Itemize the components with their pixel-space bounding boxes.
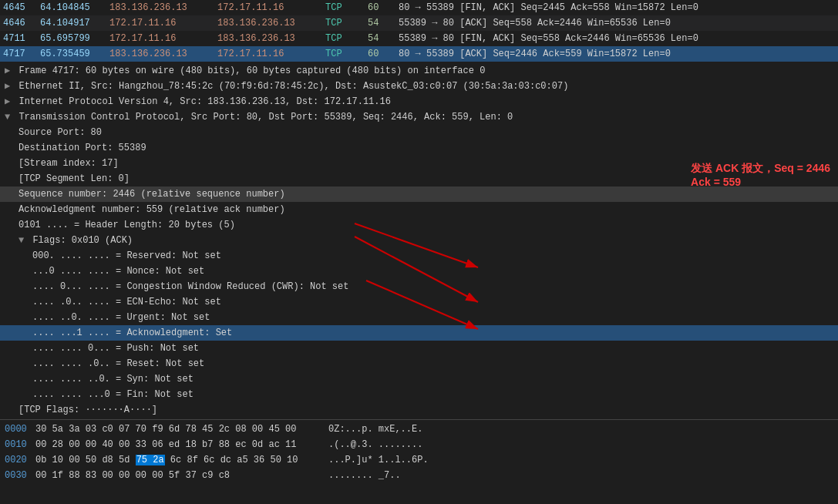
detail-row: .... .... ...0 = Fin: Not set [0, 387, 838, 402]
packet-num: 4717 [3, 47, 40, 61]
detail-row: .... .0.. .... = ECN-Echo: Not set [0, 294, 838, 310]
hex-row: 0030 00 1f 88 83 00 00 00 00 5f 37 c9 c8… [0, 468, 838, 483]
packet-len: 60 [368, 47, 399, 61]
detail-text: [Stream index: 17] [19, 158, 119, 169]
detail-row: Acknowledgment number: 559 (relative ack… [0, 202, 838, 217]
detail-row: .... .... 0... = Push: Not set [0, 341, 838, 356]
detail-row: [TCP Segment Len: 0] [0, 171, 838, 186]
detail-row: 0101 .... = Header Length: 20 bytes (5) [0, 217, 838, 233]
detail-row: [Stream index: 17] [0, 156, 838, 171]
packet-len: 54 [368, 16, 399, 30]
packet-dst: 172.17.11.16 [217, 1, 325, 15]
detail-row: Sequence number: 2446 (relative sequence… [0, 186, 838, 202]
detail-text: .... .... ..0. = Syn: Not set [32, 374, 194, 385]
packet-proto: TCP [325, 1, 368, 15]
hex-row: 0000 30 5a 3a 03 c0 07 70 f9 6d 78 45 2c… [0, 422, 838, 437]
packet-row[interactable]: 4646 64.104917 172.17.11.16 183.136.236.… [0, 15, 838, 31]
detail-text: Ethernet II, Src: Hangzhou_78:45:2c (70:… [19, 81, 568, 92]
detail-text: Internet Protocol Version 4, Src: 183.13… [19, 96, 390, 107]
detail-row: Source Port: 80 [0, 125, 838, 140]
hex-row: 0020 0b 10 00 50 d8 5d 75 2a 6c 8f 6c dc… [0, 452, 838, 468]
packet-src: 172.17.11.16 [109, 16, 217, 30]
packet-src: 172.17.11.16 [109, 32, 217, 45]
packet-row[interactable]: 4711 65.695799 172.17.11.16 183.136.236.… [0, 31, 838, 46]
detail-text: .... ...1 .... = Acknowledgment: Set [32, 328, 232, 338]
detail-text: Acknowledgment number: 559 (relative ack… [19, 204, 285, 215]
packet-time: 65.735459 [40, 47, 109, 61]
detail-text: .... .0.. .... = ECN-Echo: Not set [32, 297, 221, 307]
hex-offset: 0030 [5, 469, 35, 482]
detail-text: 000. .... .... = Reserved: Not set [32, 250, 221, 261]
detail-text: Source Port: 80 [19, 127, 102, 138]
hex-bytes: 30 5a 3a 03 c0 07 70 f9 6d 78 45 2c 08 0… [35, 422, 328, 436]
packet-row[interactable]: 4717 65.735459 183.136.236.13 172.17.11.… [0, 46, 838, 62]
detail-row[interactable]: ▼ Flags: 0x010 (ACK) [0, 233, 838, 248]
packet-dst: 172.17.11.16 [217, 47, 325, 61]
detail-row: .... 0... .... = Congestion Window Reduc… [0, 279, 838, 294]
expand-icon[interactable]: ▼ [5, 112, 15, 123]
hex-ascii: 0Z:...p. mxE,..E. [328, 422, 422, 436]
packet-num: 4711 [3, 32, 40, 45]
detail-row: [TCP Flags: ·······A····] [0, 402, 838, 418]
hex-bytes: 00 1f 88 83 00 00 00 00 5f 37 c9 c8 [35, 469, 328, 482]
detail-row: .... .... .0.. = Reset: Not set [0, 356, 838, 371]
detail-text: 0101 .... = Header Length: 20 bytes (5) [19, 220, 235, 230]
packet-len: 60 [368, 1, 399, 15]
packet-time: 64.104917 [40, 16, 109, 30]
hex-highlight: 75 2a [136, 455, 165, 465]
detail-row: Destination Port: 55389 [0, 140, 838, 156]
packet-num: 4646 [3, 16, 40, 30]
detail-text: [TCP Segment Len: 0] [19, 173, 130, 184]
detail-text: ...0 .... .... = Nonce: Not set [32, 266, 204, 277]
detail-text: Transmission Control Protocol, Src Port:… [19, 112, 513, 123]
hex-ascii: .(..@.3. ........ [328, 438, 422, 452]
expand-icon[interactable]: ▼ [19, 235, 29, 246]
detail-text: Frame 4717: 60 bytes on wire (480 bits),… [19, 66, 485, 76]
detail-text: .... .... .0.. = Reset: Not set [32, 358, 204, 369]
packet-info: 55389 → 80 [ACK] Seq=558 Ack=2446 Win=65… [399, 16, 835, 30]
detail-row: .... ...1 .... = Acknowledgment: Set [0, 325, 838, 341]
packet-src: 183.136.236.13 [109, 47, 217, 61]
packet-dst: 183.136.236.13 [217, 16, 325, 30]
packet-info: 80 → 55389 [FIN, ACK] Seq=2445 Ack=558 W… [399, 1, 835, 15]
detail-text: .... .... ...0 = Fin: Not set [32, 389, 194, 400]
packet-info: 55389 → 80 [FIN, ACK] Seq=558 Ack=2446 W… [399, 32, 835, 45]
detail-row: 000. .... .... = Reserved: Not set [0, 248, 838, 264]
hex-ascii: ...P.]u* 1..l..6P. [328, 453, 429, 467]
packet-len: 54 [368, 32, 399, 45]
hex-bytes: 00 28 00 00 40 00 33 06 ed 18 b7 88 ec 0… [35, 438, 328, 452]
packet-proto: TCP [325, 16, 368, 30]
hex-offset: 0020 [5, 453, 35, 467]
hex-offset: 0010 [5, 438, 35, 452]
hex-ascii: ........ _7.. [328, 469, 401, 482]
expand-icon[interactable]: ▶ [5, 81, 15, 92]
packet-proto: TCP [325, 32, 368, 45]
packet-list: 4645 64.104845 183.136.236.13 172.17.11.… [0, 0, 838, 62]
packet-info: 80 → 55389 [ACK] Seq=2446 Ack=559 Win=15… [399, 47, 835, 61]
packet-num: 4645 [3, 1, 40, 15]
detail-text: .... .... 0... = Push: Not set [32, 343, 199, 354]
packet-details: ▶ Frame 4717: 60 bytes on wire (480 bits… [0, 62, 838, 420]
expand-icon[interactable]: ▶ [5, 66, 15, 76]
detail-text: .... ..0. .... = Urgent: Not set [32, 312, 210, 323]
hex-bytes: 0b 10 00 50 d8 5d 75 2a 6c 8f 6c dc a5 3… [35, 453, 328, 467]
expand-icon[interactable]: ▶ [5, 96, 15, 107]
packet-time: 65.695799 [40, 32, 109, 45]
packet-dst: 183.136.236.13 [217, 32, 325, 45]
hex-offset: 0000 [5, 422, 35, 436]
detail-row: .... ..0. .... = Urgent: Not set [0, 310, 838, 325]
packet-row[interactable]: 4645 64.104845 183.136.236.13 172.17.11.… [0, 0, 838, 15]
detail-text: [TCP Flags: ·······A····] [19, 405, 157, 415]
detail-text: Destination Port: 55389 [19, 143, 146, 153]
hex-dump: 0000 30 5a 3a 03 c0 07 70 f9 6d 78 45 2c… [0, 420, 838, 485]
packet-time: 64.104845 [40, 1, 109, 15]
detail-row[interactable]: ▶ Ethernet II, Src: Hangzhou_78:45:2c (7… [0, 79, 838, 94]
detail-row[interactable]: ▼ Transmission Control Protocol, Src Por… [0, 109, 838, 125]
hex-row: 0010 00 28 00 00 40 00 33 06 ed 18 b7 88… [0, 437, 838, 452]
detail-row[interactable]: ▶ Internet Protocol Version 4, Src: 183.… [0, 94, 838, 109]
packet-proto: TCP [325, 47, 368, 61]
detail-row[interactable]: ▶ Frame 4717: 60 bytes on wire (480 bits… [0, 63, 838, 79]
detail-text: .... 0... .... = Congestion Window Reduc… [32, 281, 348, 292]
detail-row: ...0 .... .... = Nonce: Not set [0, 264, 838, 279]
detail-row: .... .... ..0. = Syn: Not set [0, 371, 838, 387]
